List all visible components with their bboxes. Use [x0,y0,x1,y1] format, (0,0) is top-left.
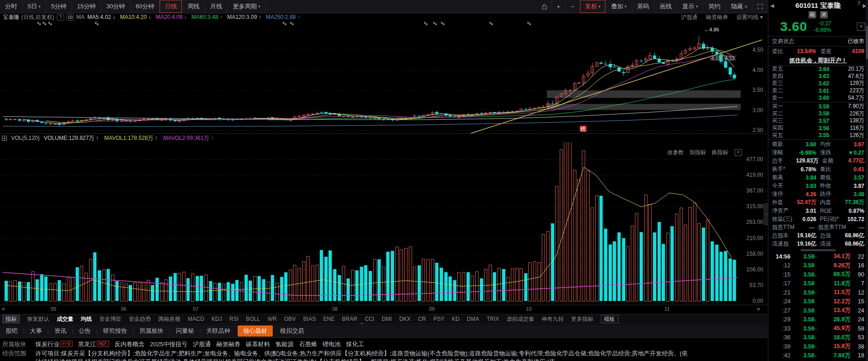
tool-button[interactable]: 筹码 [632,0,655,13]
info-tab[interactable]: 模拟交易 [275,325,310,337]
panel-scrollbar[interactable] [866,0,868,361]
indicator-tab[interactable]: BIAS [303,316,316,322]
indicator-tab[interactable]: KDJ [211,316,222,322]
indicator-tab[interactable]: 恢复默认 [27,315,49,323]
tick-list[interactable]: 14:563.59↑34.1万22:123.599.26万16:153.58↓6… [768,252,868,360]
buy-row[interactable]: 买二3.58226万 [768,110,868,118]
sell-row[interactable]: 卖五3.6420.1万 [768,66,868,73]
indicator-tab[interactable]: BOLL [246,316,260,322]
tool-button[interactable]: 复权▾ [580,0,606,13]
info-tab[interactable]: 核心题材 [238,325,273,337]
header-link[interactable]: 设置均线 ▾ [736,13,763,21]
pane-tool-link[interactable]: 改参数 [667,149,684,156]
panel-scrollbar-thumb[interactable] [866,26,868,59]
indicator-tab[interactable]: PSY [433,316,444,322]
buy-row[interactable]: 买五3.55126万 [768,132,868,139]
header-link[interactable]: 沪股通 [681,13,698,21]
sell-row[interactable]: 卖四3.6347.6万 [768,73,868,80]
tick-row[interactable]: :273.5913.4万24 [768,306,868,315]
indicator-tab[interactable]: 成交量 [57,315,73,323]
indicator-tab[interactable]: ENE [323,316,335,322]
indicator-tab[interactable]: DMI [382,316,392,322]
buy-row[interactable]: 买四3.56116万 [768,125,868,132]
info-tab[interactable]: 问董秘 [170,325,199,337]
indicator-tab[interactable]: DMA [467,316,479,322]
sector-item[interactable]: 煤化工 [346,341,364,348]
info-tab[interactable]: 大事 [24,325,48,337]
info-tab[interactable]: 关联品种 [201,325,236,337]
pane-tool-link[interactable]: 换指标 [712,149,728,156]
tool-button[interactable]: + [552,0,566,13]
tick-row[interactable]: :393.59↑15.8万38 [768,342,868,351]
collapse-left-icon[interactable]: « [2,306,5,312]
period-tab[interactable]: 更多周期▾ [227,0,266,13]
period-tab[interactable]: 15分钟 [72,0,101,13]
open-account-link[interactable]: 抓住机会，即刻开户！ [790,57,847,64]
sector-item[interactable]: 氢能源 [275,341,293,348]
period-tab[interactable]: 30分钟 [101,0,130,13]
indicator-tab[interactable]: 神奇九转 [542,315,564,323]
indicator-tab[interactable]: 资金趋势 [129,315,151,323]
volume-chart[interactable] [0,142,767,305]
fullscreen-icon[interactable] [753,0,767,13]
tick-row[interactable]: :153.58↓69.5万90 [768,270,868,279]
indicator-tab[interactable]: KD [452,316,460,322]
buy-row[interactable]: 买一3.597.90万 [768,103,868,110]
main-candlestick-chart[interactable] [0,21,767,135]
tick-row[interactable]: :213.59↑11.5万12 [768,288,868,297]
tick-row[interactable]: :363.58↓18.0万53 [768,333,868,342]
tool-button[interactable]: 隐藏» [726,0,753,13]
info-tab[interactable]: 研究报告 [97,325,132,337]
indicator-tab[interactable]: 资金博弈 [99,315,121,323]
tick-row[interactable]: :423.58↓7.84万18 [768,351,868,360]
sector-item[interactable]: 碳基材料 [246,341,270,348]
period-tab[interactable]: 5日▾ [23,0,46,13]
indicator-tab[interactable]: 指标 [2,315,20,323]
lock-icon[interactable] [538,0,552,13]
sector-item[interactable]: 石墨烯 [299,341,317,348]
info-tab[interactable]: 所属板块 [134,325,169,337]
close-pane-icon[interactable]: × [735,149,742,156]
indicator-tab[interactable]: 两融差额 [158,315,180,323]
help-icon[interactable]: ? [57,14,64,21]
camera-icon[interactable] [66,14,74,21]
buy-row[interactable]: 买三3.57138万 [768,117,868,125]
sector-item[interactable]: 煤炭行业行业 [36,341,72,348]
sector-item[interactable]: 黑龙江地区 [78,341,109,348]
add-watchlist-icon[interactable]: + [857,23,865,31]
info-tab[interactable]: 资讯 [49,325,72,337]
indicator-tab[interactable]: 均线 [81,315,92,323]
period-tab[interactable]: 月线 [205,0,227,13]
tick-row[interactable]: :333.59↑45.9万58 [768,324,868,333]
drag-handle[interactable] [768,248,868,252]
sell-row[interactable]: 卖三3.62129万 [768,80,868,87]
period-tab[interactable]: 日线 [160,0,182,13]
sector-item[interactable]: 2025中报扭亏 [150,341,187,348]
pane-tool-link[interactable]: 加指标 [689,149,706,156]
indicator-tab[interactable]: OBV [284,316,296,322]
indicator-tab[interactable]: 更多指标 [571,315,593,323]
indicator-tab[interactable]: BRAR [342,316,357,322]
info-tab[interactable]: 公告 [73,325,96,337]
tool-button[interactable]: 叠加▾ [606,0,632,13]
tool-button[interactable]: 显示▾ [677,0,704,13]
sector-item[interactable]: 锂电池 [323,341,341,348]
tick-row[interactable]: :293.58↓28.9万24 [768,315,868,324]
period-tab[interactable]: 周线 [182,0,205,13]
expand-right-icon[interactable]: » [757,306,760,312]
indicator-tab[interactable]: 虚拟成交量 [507,315,534,323]
tick-row[interactable]: 14:563.59↑34.1万22 [768,252,868,261]
indicator-tab[interactable]: WR [268,316,277,322]
tool-button[interactable]: − [566,0,580,13]
info-tab[interactable]: 股吧 [0,325,23,337]
tick-row[interactable]: :173.5811.8万7 [768,279,868,288]
indicator-tab[interactable]: DKX [399,316,411,322]
indicator-tab[interactable]: TRIX [487,316,499,322]
grid-icon[interactable] [2,136,7,141]
sector-item[interactable]: 融资融券 [216,341,240,348]
sector-item[interactable]: 沪股通 [193,341,211,348]
indicator-tab[interactable]: CR [418,316,426,322]
corner-t-label[interactable]: T [857,0,861,6]
indicator-tab[interactable]: MACD [188,316,204,322]
tool-button[interactable]: 简约 [703,0,726,13]
